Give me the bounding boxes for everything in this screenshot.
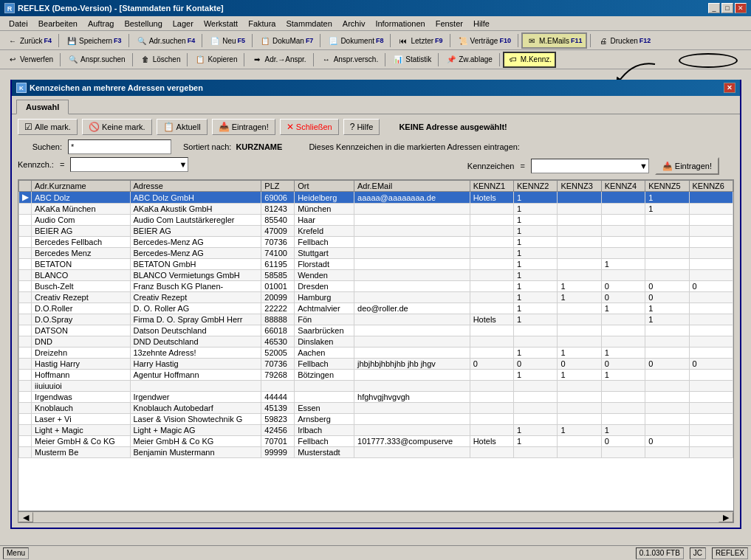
table-row[interactable]: BETATON BETATON GmbH 61195 Florstadt 1 1 [19,259,733,270]
table-row[interactable]: Irgendwas Irgendwer 44444 hfghvgjhvgvgh [19,392,733,403]
kennzeichen-filter-dropdown[interactable]: ▼ [179,160,187,169]
menu-bestellung[interactable]: Bestellung [120,18,166,29]
save-button[interactable]: 💾 Speichern F3 [62,32,126,49]
table-row[interactable]: D.O.Roller D. O. Roller AG 22222 Achtmal… [19,303,733,314]
scroll-right-button[interactable]: ▶ [719,512,733,522]
cell-kurzname: Creativ Rezept [32,292,131,303]
back-button[interactable]: ← Zurück F4 [3,32,55,49]
menu-hilfe[interactable]: Hilfe [469,18,494,29]
minimize-button[interactable]: _ [708,3,720,13]
menu-datei[interactable]: Datei [4,18,32,29]
table-row[interactable]: BLANCO BLANCO Vermietungs GmbH 58585 Wen… [19,270,733,281]
col-email[interactable]: Adr.EMail [354,181,470,192]
kopieren-button[interactable]: 📋 Kopieren [191,52,241,68]
eintragen-main-icon: 📥 [219,122,230,132]
suchen-input[interactable] [68,139,171,154]
cell-kurzname: Musterm Be [32,447,131,458]
table-row[interactable]: Knoblauch Knoblauch Autobedarf 45139 Ess… [19,403,733,414]
cell-k3: 0 [558,359,601,370]
table-row[interactable]: Audio Com Audio Com Lautstärkeregler 855… [19,215,733,226]
statistik-button[interactable]: 📊 Statistik [388,52,435,68]
memails-button[interactable]: ✉ M.EMails F11 [521,32,587,49]
col-adresse[interactable]: Adresse [130,181,261,192]
menu-informationen[interactable]: Informationen [371,18,429,29]
scroll-left-button[interactable]: ◀ [18,512,33,522]
cell-k6 [689,215,733,226]
col-plz[interactable]: PLZ [261,181,295,192]
anspr-versch-button[interactable]: ↔ Anspr.versch. [317,52,383,68]
letzter-button[interactable]: ⏮ Letzter F9 [394,32,446,49]
menu-archiv[interactable]: Archiv [338,18,370,29]
table-row[interactable]: D.O.Spray Firma D. O. Spray GmbH Herr 88… [19,314,733,325]
table-row[interactable]: DATSON Datson Deutschland 66018 Saarbrüc… [19,325,733,336]
table-row[interactable]: Creativ Rezept Creativ Rezept 20099 Hamb… [19,292,733,303]
col-kurzname[interactable]: Adr.Kurzname [32,181,131,192]
table-row[interactable]: Bercedes Menz Bercedes-Menz AG 74100 Stu… [19,248,733,259]
menu-faktura[interactable]: Faktura [244,18,280,29]
table-row[interactable]: Bercedes Fellbach Bercedes-Menz AG 70736… [19,237,733,248]
kennzeichen-value-dropdown[interactable]: ▼ [639,162,648,170]
table-row[interactable]: Musterm Be Benjamin Mustermann 99999 Mus… [19,447,733,458]
verwerfen-button[interactable]: ↩ Verwerfen [3,52,57,68]
cell-email: hfghvgjhvgvgh [354,392,470,403]
menu-lager[interactable]: Lager [168,18,198,29]
new-button[interactable]: 📄 Neu F5 [205,32,249,49]
vertraege-button[interactable]: 📜 Verträge F10 [453,32,515,49]
menu-fenster[interactable]: Fenster [431,18,467,29]
eintragen-main-button[interactable]: 📥 Eintragen! [212,119,275,135]
dialog-title-text: Kennzeichen an mehrere Adressen vergeben [30,83,203,92]
col-kennz6[interactable]: KENNZ6 [689,181,733,192]
table-row[interactable]: BEIER AG BEIER AG 47009 Krefeld 1 [19,226,733,237]
dialog-close-button[interactable]: ✕ [724,83,735,93]
table-row[interactable]: DND DND Deutschland 46530 Dinslaken [19,336,733,348]
table-row[interactable]: Busch-Zelt Franz Busch KG Planen- 01001 … [19,281,733,292]
cell-k2 [514,381,558,392]
dokuman-button[interactable]: 📋 DokuMan F7 [256,32,317,49]
table-row[interactable]: Light + Magic Light + Magic AG 42456 Irl… [19,425,733,436]
keine-mark-button[interactable]: 🚫 Keine mark. [82,119,152,135]
schliessen-button[interactable]: ✕ Schließen [280,119,339,135]
contacts-table-wrapper[interactable]: Adr.Kurzname Adresse PLZ Ort Adr.EMail K… [18,179,734,511]
zw-ablage-button[interactable]: 📌 Zw.ablage [442,52,496,68]
cell-k4: 1 [601,259,645,270]
tab-auswahl[interactable]: Auswahl [16,100,69,114]
menu-bearbeiten[interactable]: Bearbeiten [34,18,82,29]
col-kennz5[interactable]: KENNZ5 [645,181,689,192]
table-row[interactable]: Laser + Vi Laser & Vision Showtechnik G … [19,414,733,425]
aktuell-button[interactable]: 📋 Aktuell [157,119,208,135]
table-row[interactable]: Dreizehn 13zehnte Adress! 52005 Aachen 1… [19,348,733,359]
mkennz-button[interactable]: 🏷 M.Kennz. [503,52,556,68]
col-kennz4[interactable]: KENNZ4 [601,181,645,192]
table-row[interactable]: AKaKa München AKaKa Akustik GmbH 81243 M… [19,204,733,215]
cell-k5: 1 [645,303,689,314]
cell-k1 [470,325,513,336]
table-row[interactable]: iiuiuuioi [19,381,733,392]
col-kennz2[interactable]: KENNZ2 [514,181,558,192]
loeschen-button[interactable]: 🗑 Löschen [136,52,185,68]
anspr-search-button[interactable]: 🔍 Anspr.suchen [64,52,129,68]
adr-anspr-button[interactable]: ➡ Adr.→Anspr. [247,52,309,68]
kennzeichen-filter-input[interactable] [70,157,188,172]
drucken-button[interactable]: 🖨 Drucken F12 [594,32,655,49]
table-row[interactable]: Hoffmann Agentur Hoffmann 79268 Bötzinge… [19,370,733,381]
table-row[interactable]: ▶ ABC Dolz ABC Dolz GmbH 69006 Heidelber… [19,192,733,204]
addr-search-button[interactable]: 🔍 Adr.suchen F4 [132,32,199,49]
cell-k4 [601,447,645,458]
close-button[interactable]: ✕ [735,3,747,13]
menu-stammdaten[interactable]: Stammdaten [281,18,336,29]
menu-werkstatt[interactable]: Werkstatt [199,18,242,29]
col-kennz3[interactable]: KENNZ3 [558,181,601,192]
hilfe-button[interactable]: ? Hilfe [343,119,380,135]
menu-auftrag[interactable]: Auftrag [83,18,118,29]
col-ort[interactable]: Ort [295,181,354,192]
eintragen-side-button[interactable]: 📥 Eintragen! [655,157,719,175]
alle-mark-button[interactable]: ☑ Alle mark. [18,119,78,135]
horizontal-scrollbar[interactable]: ◀ ▶ [18,511,734,523]
cell-k6 [689,226,733,237]
table-row[interactable]: Meier GmbH & Co KG Meier GmbH & Co KG 70… [19,436,733,447]
maximize-button[interactable]: □ [721,3,733,13]
col-kennz1[interactable]: KENNZ1 [470,181,513,192]
table-row[interactable]: Hastig Harry Harry Hastig 70736 Fellbach… [19,359,733,370]
dokument-button[interactable]: 📃 Dokument F8 [323,32,387,49]
kennzeichen-value-input[interactable] [531,159,649,173]
